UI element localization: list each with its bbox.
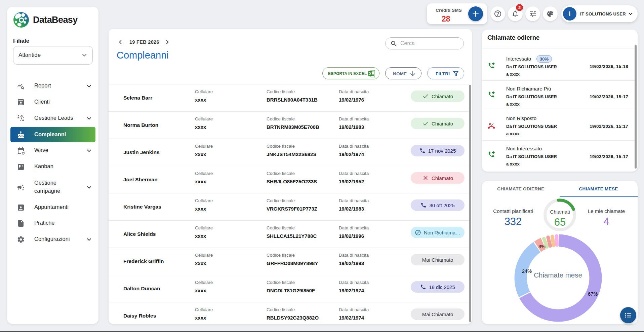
svg-text:X: X xyxy=(369,72,372,76)
